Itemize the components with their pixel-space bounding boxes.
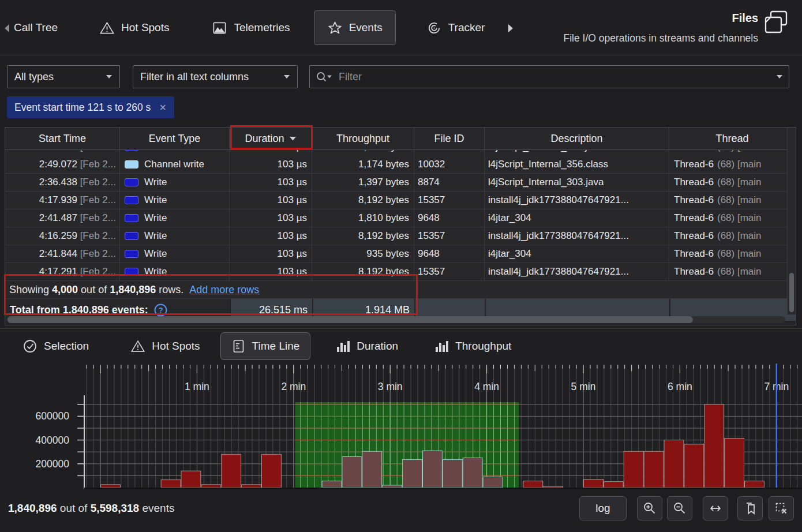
cell-start-time: 2:41.487 [Feb 2... bbox=[5, 209, 120, 227]
event-type-swatch bbox=[125, 150, 138, 151]
chart-tab-time-line[interactable]: Time Line bbox=[220, 332, 311, 360]
table-row[interactable]: 2:41.844 [Feb 2...Write103 µs935 bytes96… bbox=[5, 245, 796, 263]
vertical-scrollbar[interactable] bbox=[787, 128, 796, 314]
time-range-filter-chip-label: Event start time 121 s to 260 s bbox=[14, 102, 151, 114]
tab-telemetries-label: Telemetries bbox=[234, 21, 290, 34]
telemetries-icon bbox=[212, 20, 227, 36]
bookmark-button[interactable] bbox=[737, 496, 763, 520]
histogram-bar[interactable] bbox=[242, 485, 261, 488]
histogram-bar[interactable] bbox=[101, 485, 121, 488]
cell-description: i4jtar_304 bbox=[485, 209, 669, 227]
event-count-status: 1,840,896 out of 5,598,318 events bbox=[8, 502, 174, 515]
histogram-bar[interactable] bbox=[443, 460, 462, 488]
cell-file-id: 15357 bbox=[414, 227, 485, 245]
event-type-swatch bbox=[125, 178, 138, 186]
table-row[interactable]: 4:16.259 [Feb 2...Write103 µs8,192 bytes… bbox=[5, 227, 796, 245]
histogram-bar[interactable] bbox=[342, 456, 362, 488]
table-row[interactable]: 2:49.072 [Feb 2...Channel write103 µs1,1… bbox=[5, 156, 796, 174]
horizontal-scrollbar[interactable] bbox=[6, 316, 785, 323]
filter-search-field[interactable] bbox=[309, 65, 789, 88]
column-header-duration[interactable]: Duration bbox=[230, 128, 312, 149]
tab-hot-spots[interactable]: Hot Spots bbox=[89, 10, 179, 45]
tab-events[interactable]: Events bbox=[314, 10, 396, 45]
column-header-file-id[interactable]: File ID bbox=[414, 128, 485, 149]
bookmark-icon bbox=[743, 501, 757, 515]
event-type-dropdown[interactable]: All types bbox=[7, 65, 120, 88]
add-more-rows-link[interactable]: Add more rows bbox=[189, 284, 259, 296]
histogram-bar[interactable] bbox=[222, 454, 241, 488]
histogram-bar[interactable] bbox=[624, 451, 643, 488]
tracker-icon bbox=[426, 20, 442, 36]
chart-tab-selection[interactable]: Selection bbox=[17, 332, 94, 360]
column-header-event-type[interactable]: Event Type bbox=[120, 128, 230, 149]
chart-tab-throughput-label: Throughput bbox=[455, 340, 511, 353]
histogram-bar[interactable] bbox=[704, 404, 724, 488]
table-row[interactable]: 2:36.438 [Feb 2...Write103 µs1,397 bytes… bbox=[5, 174, 796, 192]
chevron-down-icon[interactable] bbox=[776, 74, 783, 79]
histogram-bar[interactable] bbox=[684, 444, 704, 488]
log-scale-button[interactable]: log bbox=[579, 496, 627, 520]
table-row[interactable]: 4:17.939 [Feb 2...Write103 µs8,192 bytes… bbox=[5, 192, 796, 209]
x-axis-minute-label: 1 min bbox=[185, 381, 209, 392]
histogram-bar[interactable] bbox=[523, 481, 543, 488]
tab-telemetries[interactable]: Telemetries bbox=[202, 10, 299, 45]
zoom-out-button[interactable] bbox=[667, 496, 692, 520]
cell-thread: Thread-6(68) [main bbox=[669, 263, 796, 280]
view-tabs: Call Tree Hot Spots Telemetries Events T… bbox=[3, 10, 514, 45]
histogram-bar[interactable] bbox=[544, 486, 563, 488]
histogram-bar[interactable] bbox=[664, 440, 684, 488]
histogram-bar[interactable] bbox=[362, 451, 382, 488]
showing-rows-bar: Showing 4,000 out of 1,840,896 rows.Add … bbox=[5, 281, 796, 299]
scroll-tabs-left-icon[interactable] bbox=[3, 24, 10, 33]
histogram-bar[interactable] bbox=[181, 471, 201, 488]
histogram-bar[interactable] bbox=[644, 451, 664, 488]
histogram-bar[interactable] bbox=[383, 485, 402, 488]
zoom-in-button[interactable] bbox=[637, 496, 662, 520]
fit-to-width-button[interactable] bbox=[703, 496, 728, 520]
help-icon[interactable]: ? bbox=[154, 304, 167, 317]
column-header-throughput[interactable]: Throughput bbox=[312, 128, 414, 149]
chart-tab-throughput[interactable]: Throughput bbox=[429, 332, 516, 360]
table-row[interactable]: 3:54.661 [Feb 2...Write103 µs4,521 bytes… bbox=[5, 150, 796, 156]
event-type-swatch bbox=[125, 268, 138, 276]
tab-call-tree-label: Call Tree bbox=[14, 21, 58, 34]
table-row[interactable]: 4:17.291 [Feb 2...Write103 µs8,192 bytes… bbox=[5, 263, 796, 281]
vertical-scrollbar-thumb[interactable] bbox=[789, 273, 794, 312]
clear-selection-button[interactable] bbox=[769, 496, 794, 520]
table-row[interactable]: 2:41.487 [Feb 2...Write103 µs1,810 bytes… bbox=[5, 209, 796, 227]
filter-columns-dropdown[interactable]: Filter in all text columns bbox=[133, 65, 298, 88]
column-header-thread[interactable]: Thread bbox=[669, 128, 796, 149]
tab-tracker[interactable]: Tracker bbox=[417, 10, 495, 45]
chart-tab-duration[interactable]: Duration bbox=[330, 332, 403, 360]
histogram-bar[interactable] bbox=[423, 451, 443, 488]
chip-close-icon[interactable]: ✕ bbox=[159, 102, 166, 113]
horizontal-scrollbar-thumb[interactable] bbox=[8, 316, 693, 323]
time-range-filter-chip[interactable]: Event start time 121 s to 260 s ✕ bbox=[7, 96, 174, 118]
histogram-bar[interactable] bbox=[483, 477, 503, 488]
column-header-start-time[interactable]: Start Time bbox=[5, 128, 120, 149]
cell-description: l4jScript_Internal_311.java bbox=[485, 150, 669, 156]
histogram-bar[interactable] bbox=[745, 481, 764, 488]
cell-throughput: 8,192 bytes bbox=[312, 192, 414, 209]
scroll-tabs-right-icon[interactable] bbox=[507, 24, 514, 33]
histogram-bar[interactable] bbox=[322, 481, 342, 488]
histogram-bar[interactable] bbox=[201, 485, 221, 488]
filter-search-input[interactable] bbox=[338, 70, 771, 84]
histogram-bar[interactable] bbox=[725, 439, 744, 488]
histogram-bar[interactable] bbox=[161, 480, 181, 488]
timeline-histogram-chart[interactable]: 2000004000006000001 min2 min3 min4 min5 … bbox=[0, 364, 802, 489]
cell-event-type: Write bbox=[120, 174, 230, 191]
column-header-description[interactable]: Description bbox=[485, 128, 669, 149]
cell-duration: 103 µs bbox=[230, 192, 312, 209]
tab-call-tree[interactable]: Call Tree bbox=[10, 10, 64, 45]
histogram-bar[interactable] bbox=[262, 454, 282, 488]
cell-throughput: 1,397 bytes bbox=[312, 174, 414, 191]
histogram-bar[interactable] bbox=[584, 479, 604, 488]
histogram-bar[interactable] bbox=[604, 482, 623, 488]
filter-columns-dropdown-value: Filter in all text columns bbox=[140, 71, 249, 83]
histogram-bar[interactable] bbox=[403, 460, 422, 488]
histogram-bar[interactable] bbox=[463, 458, 482, 488]
chart-tab-hot-spots[interactable]: Hot Spots bbox=[125, 332, 205, 360]
x-axis-minute-label: 4 min bbox=[474, 381, 499, 392]
star-icon bbox=[327, 20, 343, 36]
